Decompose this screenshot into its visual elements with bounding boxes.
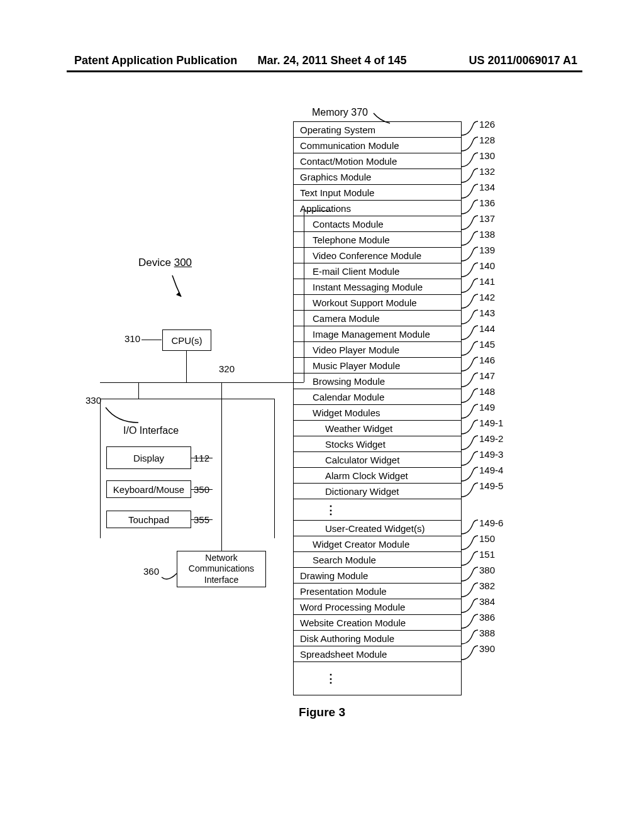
memory-row-ref: 139 [479,245,495,255]
device-arrow-icon [170,274,185,302]
bus-line [100,382,275,383]
memory-row-ref: 149-5 [479,480,503,491]
memory-row-text: Widget Creator Module [313,539,409,550]
cpu-text: CPU(s) [171,335,202,346]
memory-row: Image Management Module [294,326,461,342]
network-ref: 360 [143,566,159,577]
memory-row: Calendar Module [294,389,461,405]
memory-row-text: Stocks Widget [325,439,386,450]
memory-row: Video Player Module [294,342,461,358]
memory-row-text: Presentation Module [300,586,387,597]
memory-row: Text Input Module [294,185,461,201]
memory-row: ⋮ [294,499,461,521]
memory-row-text: Search Module [313,555,376,565]
memory-row: Word Processing Module [294,599,461,615]
memory-row: Browsing Module [294,374,461,389]
memory-row-text: Graphics Module [300,172,371,182]
cpu-box: CPU(s) [162,329,211,351]
memory-row-text: Dictionary Widget [325,486,399,497]
memory-row-text: Communication Module [300,140,399,151]
memory-row-ref: 151 [479,549,495,560]
memory-row-ref: 145 [479,339,495,350]
memory-row-text: Video Player Module [313,345,399,355]
memory-row: Telephone Module [294,232,461,248]
memory-row-text: Spreadsheet Module [300,649,387,660]
display-ref: 112 [194,453,209,463]
bus-line [138,382,139,399]
memory-row-text: Calculator Widget [325,455,399,465]
memory-row: Video Conference Module [294,248,461,263]
memory-row-ref: 380 [479,565,495,575]
memory-row-text: Contacts Module [313,219,384,230]
memory-row-text: Music Player Module [313,360,400,371]
memory-table: Operating SystemCommunication ModuleCont… [293,121,462,695]
device-number: 300 [174,257,192,268]
memory-row: Presentation Module [294,584,461,599]
memory-row-text: Telephone Module [313,235,390,245]
memory-row-text: User-Created Widget(s) [325,523,425,534]
memory-row-ref: 390 [479,643,495,654]
memory-row: Camera Module [294,311,461,326]
memory-row: Widget Creator Module [294,536,461,552]
memory-row-ref: 149-4 [479,465,503,475]
memory-row: Spreadsheet Module [294,646,461,662]
memory-row: Contact/Motion Module [294,153,461,169]
memory-row-text: Text Input Module [300,187,374,198]
header-rule [67,70,582,72]
memory-row-ref: 388 [479,628,495,638]
memory-row: Weather Widget [294,421,461,436]
memory-row-ref: 143 [479,307,495,318]
network-box: Network Communications Interface [177,551,266,587]
header-id: US 2011/0069017 A1 [414,54,644,67]
cpu-ref: 310 [125,333,140,344]
memory-row: Disk Authoring Module [294,631,461,646]
figure-caption: Figure 3 [0,706,644,719]
memory-row-text: Calendar Module [313,392,384,402]
memory-row-text: Operating System [300,124,375,135]
memory-row-text: Camera Module [313,313,380,324]
memory-row: E-mail Client Module [294,263,461,279]
io-ref: 330 [86,395,101,406]
memory-row: Calculator Widget [294,452,461,468]
page-header: Patent Application Publication Mar. 24, … [0,54,644,67]
memory-row-ref: 149-3 [479,449,503,460]
memory-row-ref: 384 [479,596,495,607]
network-text: Network Communications Interface [189,553,254,586]
memory-row-text: Contact/Motion Module [300,156,397,167]
memory-row-ref: 382 [479,580,495,591]
memory-row-ref: 149-2 [479,433,503,444]
memory-row-ref: 140 [479,260,495,271]
memory-row: Communication Module [294,138,461,153]
memory-row-ref: 146 [479,355,495,365]
keyboard-ref: 350 [194,484,209,495]
memory-row-ref: 148 [479,386,495,397]
memory-row-ref: 149 [479,402,495,412]
memory-row-ref: 137 [479,213,495,224]
memory-row-ref: 138 [479,229,495,240]
header-pub: Patent Application Publication [0,54,238,67]
memory-row-ref: 126 [479,119,495,130]
memory-row-text: E-mail Client Module [313,266,399,277]
memory-row: Instant Messaging Module [294,279,461,295]
memory-row-text: Word Processing Module [300,602,405,612]
bus-ref: 320 [219,363,235,374]
memory-row-text: Disk Authoring Module [300,633,394,644]
memory-row-ref: 149-6 [479,517,503,528]
memory-row-ref: 141 [479,276,495,287]
memory-row-ref: 128 [479,135,495,145]
memory-row: Contacts Module [294,216,461,232]
memory-row-text: Video Conference Module [313,250,421,261]
memory-row-ref: 149-1 [479,418,503,428]
memory-row-text: Widget Modules [313,407,380,418]
touchpad-box: Touchpad [106,511,191,528]
io-interface-title: I/O Interface [123,425,179,436]
device-label-text: Device [138,257,171,268]
memory-row-ref: 150 [479,533,495,544]
memory-row-ref: 144 [479,323,495,334]
memory-row: Alarm Clock Widget [294,468,461,484]
memory-row: Applications [294,201,461,216]
memory-row: ⋮ [294,662,461,695]
memory-row: Stocks Widget [294,436,461,452]
display-box: Display [106,446,191,469]
memory-row-text: Image Management Module [313,329,430,340]
